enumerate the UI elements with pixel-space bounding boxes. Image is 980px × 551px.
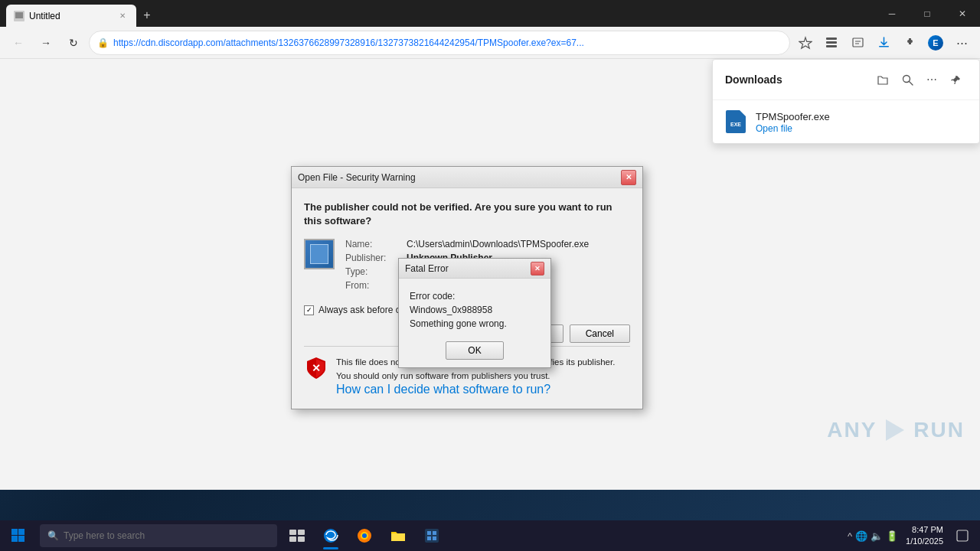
taskbar-explorer-icon[interactable] [381, 520, 415, 551]
fatal-error-text: Something gone wrong. [410, 317, 540, 331]
downloads-title: Downloads [725, 73, 872, 86]
browser-content: Downloads ⋯ [0, 59, 980, 490]
taskbar-app-icon[interactable] [415, 520, 449, 551]
security-dialog-close-button[interactable]: ✕ [621, 170, 636, 185]
downloads-header-icons: ⋯ [872, 69, 967, 90]
taskbar-search-bar[interactable]: 🔍 [40, 524, 277, 547]
security-file-thumb-inner [310, 244, 328, 264]
taskbar-search-input[interactable] [64, 530, 263, 541]
browser-window: Untitled ✕ + ─ □ ✕ ← → ↻ 🔒 https://cdn.d… [0, 0, 980, 490]
clock-date: 1/10/2025 [906, 536, 943, 547]
notification-icon [956, 529, 969, 543]
security-publisher-label: Publisher: [345, 253, 407, 263]
address-text: https://cdn.discordapp.com/attachments/1… [113, 37, 782, 48]
svg-rect-19 [289, 536, 296, 542]
profile-button[interactable]: E [923, 31, 948, 55]
windows-logo-icon [11, 529, 25, 543]
downloads-pin-button[interactable] [946, 69, 967, 90]
security-name-value: C:\Users\admin\Downloads\TPMSpoofer.exe [407, 239, 589, 249]
svg-rect-17 [289, 530, 296, 535]
settings-button[interactable]: ⋯ [949, 31, 974, 55]
security-file-thumb [304, 239, 335, 269]
read-aloud-button[interactable] [845, 31, 870, 55]
fatal-error-code: Error code: Windows_0x988958 [410, 289, 540, 317]
downloads-search-button[interactable] [897, 69, 918, 90]
anyrun-text-label: ANY [827, 418, 877, 442]
svg-rect-15 [11, 536, 18, 542]
tab-close-button[interactable]: ✕ [116, 10, 129, 22]
window-controls: ─ □ ✕ [874, 0, 980, 27]
taskbar-clock[interactable]: 8:47 PM 1/10/2025 [901, 524, 948, 548]
nav-bar: ← → ↻ 🔒 https://cdn.discordapp.com/attac… [0, 27, 980, 59]
fatal-error-dialog: Fatal Error ✕ Error code: Windows_0x9889… [398, 258, 551, 368]
download-open-link[interactable]: Open file [756, 123, 967, 134]
tray-chevron-icon[interactable]: ^ [848, 530, 852, 542]
favorites-button[interactable] [793, 31, 818, 55]
svg-point-24 [362, 533, 367, 538]
downloads-more-button[interactable]: ⋯ [921, 69, 942, 90]
svg-rect-16 [18, 536, 24, 542]
extensions-button[interactable] [897, 31, 922, 55]
taskbar-firefox-icon[interactable] [348, 520, 381, 551]
downloads-button[interactable] [871, 31, 896, 55]
back-button[interactable]: ← [6, 31, 31, 55]
tabs-area: Untitled ✕ + [0, 0, 874, 27]
security-from-label: From: [345, 280, 407, 291]
svg-rect-2 [826, 37, 837, 40]
minimize-button[interactable]: ─ [874, 0, 910, 27]
svg-rect-30 [957, 530, 968, 541]
download-file-icon: EXE [725, 109, 746, 134]
task-view-button[interactable] [280, 520, 314, 551]
anyrun-watermark: ANY RUN [827, 416, 965, 444]
fatal-error-title-bar: Fatal Error ✕ [399, 259, 550, 279]
title-bar: Untitled ✕ + ─ □ ✕ [0, 0, 980, 27]
new-tab-button[interactable]: + [136, 5, 158, 26]
tray-network-icon[interactable]: 🌐 [855, 530, 867, 542]
svg-rect-28 [427, 536, 431, 540]
taskbar-edge-icon[interactable] [314, 520, 348, 551]
taskbar: 🔍 [0, 520, 980, 551]
red-shield-icon: ✕ [304, 356, 328, 380]
security-cancel-button[interactable]: Cancel [570, 324, 630, 343]
start-button[interactable] [0, 520, 37, 551]
svg-rect-29 [433, 536, 436, 540]
svg-rect-25 [425, 529, 439, 543]
download-filename: TPMSpoofer.exe [756, 111, 830, 122]
tab-title: Untitled [29, 11, 112, 21]
tray-icons: ^ 🌐 🔈 🔋 [848, 530, 898, 542]
anyrun-logo-icon [881, 416, 909, 444]
tray-battery-icon[interactable]: 🔋 [886, 530, 898, 542]
svg-rect-27 [433, 531, 436, 535]
download-info: TPMSpoofer.exe Open file [756, 109, 967, 134]
svg-rect-4 [826, 45, 837, 47]
svg-rect-3 [826, 41, 837, 44]
fatal-error-ok-button[interactable]: OK [446, 341, 503, 360]
security-dialog-title: Open File - Security Warning [298, 172, 621, 183]
anyrun-run-label: RUN [913, 418, 965, 442]
security-name-label: Name: [345, 239, 407, 249]
security-dialog-title-bar: Open File - Security Warning ✕ [292, 167, 642, 188]
taskbar-right: ^ 🌐 🔈 🔋 8:47 PM 1/10/2025 [848, 520, 980, 551]
security-warning-link[interactable]: How can I decide what software to run? [336, 383, 550, 396]
maximize-button[interactable]: □ [910, 0, 945, 27]
svg-rect-5 [853, 38, 863, 47]
address-bar[interactable]: 🔒 https://cdn.discordapp.com/attachments… [89, 31, 790, 55]
downloads-panel: Downloads ⋯ [712, 59, 980, 144]
fatal-error-close-button[interactable]: ✕ [531, 262, 544, 276]
clock-time: 8:47 PM [912, 524, 943, 536]
downloads-open-folder-button[interactable] [872, 69, 893, 90]
app-icon [423, 527, 440, 544]
desktop: Untitled ✕ + ─ □ ✕ ← → ↻ 🔒 https://cdn.d… [0, 0, 980, 551]
active-tab[interactable]: Untitled ✕ [6, 5, 136, 27]
svg-rect-20 [298, 536, 305, 542]
tray-volume-icon[interactable]: 🔈 [871, 530, 883, 542]
download-file-icon-inner: EXE [726, 110, 746, 133]
security-name-row: Name: C:\Users\admin\Downloads\TPMSpoofe… [345, 239, 630, 249]
notification-button[interactable] [951, 520, 974, 551]
downloads-header: Downloads ⋯ [713, 60, 979, 100]
forward-button[interactable]: → [34, 31, 58, 55]
refresh-button[interactable]: ↻ [61, 31, 86, 55]
collections-button[interactable] [819, 31, 844, 55]
security-checkbox[interactable] [304, 305, 314, 315]
close-button[interactable]: ✕ [945, 0, 980, 27]
